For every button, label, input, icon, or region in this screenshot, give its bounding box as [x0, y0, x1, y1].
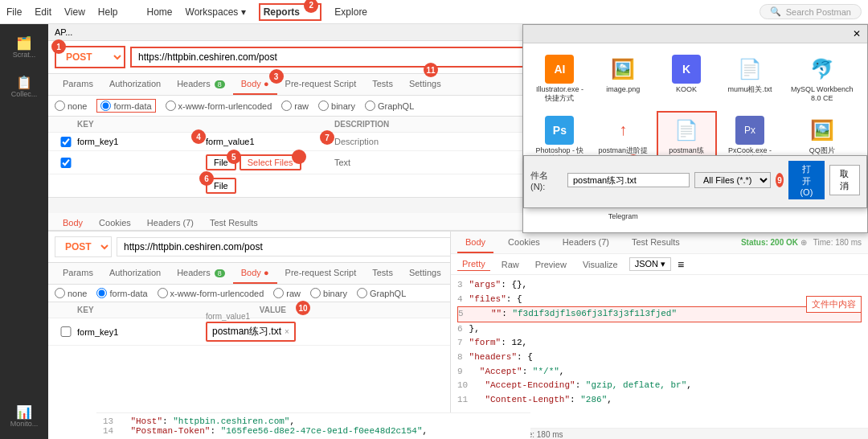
radio-graphql[interactable]: GraphQL — [365, 101, 414, 111]
key-cell: 4 — [77, 136, 206, 147]
b-view-visualize[interactable]: Visualize — [578, 258, 623, 271]
sidebar-item-monitors[interactable]: 📊 Monito... — [0, 400, 48, 433]
menu-workspaces[interactable]: Workspaces ▾ — [186, 6, 246, 18]
file-col: File 5 Select Files — [206, 154, 334, 170]
b-resp-cookies[interactable]: Cookies — [500, 232, 548, 253]
b-line-9: 11 "Content-Length": "286", — [457, 393, 862, 404]
bottom-kv-key: KEY — [77, 306, 206, 314]
bottom-radio-binary[interactable]: binary — [310, 288, 347, 298]
tag-close-icon[interactable]: × — [285, 327, 289, 336]
tab-tests[interactable]: Tests — [364, 74, 401, 95]
collections-icon: 📋 — [5, 75, 43, 90]
sidebar-item-collections[interactable]: 📋 Collec... — [0, 70, 48, 103]
file-dialog: 件名(N): All Files (*.*) 9 打开(O) 取消 — [523, 155, 867, 208]
b-resp-time: Time: 180 ms — [813, 238, 862, 247]
text-label: Text — [334, 158, 350, 167]
b-view-preview[interactable]: Preview — [530, 258, 571, 271]
bottom-value-cell: form_value1 postman练习.txt × — [206, 322, 415, 342]
main-layout: 🗂️ Scrat... 📋 Collec... 📊 Monito... AP..… — [0, 24, 868, 439]
fm-item-ai[interactable]: AI Illustrator.exe - 快捷方式 — [530, 50, 590, 108]
bottom-key-input[interactable] — [77, 327, 206, 337]
search-bar[interactable]: 🔍 Search Postman — [760, 4, 862, 19]
select-files-button[interactable]: Select Files — [240, 154, 301, 170]
fm-close[interactable]: ✕ — [853, 28, 861, 39]
fd-row: 件名(N): All Files (*.*) 9 打开(O) 取消 — [530, 161, 860, 199]
fd-open-button[interactable]: 打开(O) — [788, 161, 825, 199]
fm-item-mysql[interactable]: 🐬 MySQL Workbench 8.0 CE — [783, 50, 861, 108]
bottom-half: POST Send ▾ 200 OK Time: 180 ms Size: 10… — [48, 230, 868, 439]
menu-file[interactable]: File — [6, 6, 22, 18]
b-view-raw[interactable]: Raw — [497, 258, 524, 271]
fd-filename-input[interactable] — [567, 173, 690, 187]
bottom-tab-pre[interactable]: Pre-request Script — [277, 263, 365, 284]
bottom-tab-tests[interactable]: Tests — [364, 263, 401, 284]
bottom-radio-form[interactable]: form-data — [96, 288, 147, 298]
bottom-tab-auth[interactable]: Authorization — [101, 263, 169, 284]
menu-view[interactable]: View — [64, 6, 85, 18]
file-row-checkbox[interactable] — [55, 158, 77, 168]
bottom-radio-raw[interactable]: raw — [273, 288, 301, 298]
bottom-resp-tabs: Body Cookies Headers (7) Test Results St… — [451, 232, 868, 254]
fm-item-kook[interactable]: K KOOK — [657, 50, 717, 108]
search-placeholder: Search Postman — [786, 7, 851, 17]
menu-bar: File Edit View Help Home Workspaces ▾ Re… — [0, 0, 868, 24]
bottom-tab-headers[interactable]: Headers 8 — [169, 263, 233, 284]
tab-pre-request[interactable]: Pre-request Script — [277, 74, 365, 95]
select-files-wrapper: Select Files — [240, 154, 301, 170]
app-container: File Edit View Help Home Workspaces ▾ Re… — [0, 0, 868, 439]
fd-filter-select[interactable]: All Files (*.*) — [694, 172, 771, 188]
key-input[interactable] — [77, 137, 206, 146]
search-icon: 🔍 — [770, 6, 781, 17]
sidebar-label: Collec... — [5, 90, 43, 98]
bottom-tab-body[interactable]: Body ● — [233, 263, 277, 284]
bottom-radio-none[interactable]: none — [55, 288, 87, 298]
menu-reports[interactable]: Reports 2 — [259, 3, 322, 21]
fm-label: mumu相关.txt — [727, 85, 772, 94]
tab-body[interactable]: Body ● 3 — [233, 74, 277, 95]
b-wrap-icon[interactable]: ≡ — [678, 258, 684, 271]
menu-home[interactable]: Home — [147, 6, 173, 18]
scratch-icon: 🗂️ — [5, 35, 43, 51]
fm-item-image[interactable]: 🖼️ image.png — [593, 50, 653, 108]
tab-authorization[interactable]: Authorization — [101, 74, 169, 95]
tab-headers[interactable]: Headers 8 — [169, 74, 233, 95]
annotation-11: 11 — [424, 63, 438, 77]
annotation-11-wrapper: 11 — [424, 63, 438, 77]
bottom-row-check[interactable] — [55, 326, 77, 337]
fm-item-mumu[interactable]: 📄 mumu相关.txt — [720, 50, 780, 108]
tab-params[interactable]: Params — [55, 74, 101, 95]
bottom-method-select[interactable]: POST — [55, 236, 112, 257]
radio-binary[interactable]: binary — [318, 101, 355, 111]
value-input[interactable] — [206, 137, 270, 146]
row-checkbox[interactable] — [55, 137, 77, 147]
footer-line-13: 13 "Host": "httpbin.ceshiren.com", — [103, 416, 524, 426]
kv-header-value — [206, 120, 334, 129]
kv-header-key: KEY — [77, 120, 206, 129]
bottom-radio-graphql[interactable]: GraphQL — [357, 288, 406, 298]
kv-header-check — [55, 120, 77, 129]
file-button[interactable]: File 5 — [206, 154, 236, 170]
file-button-2[interactable]: File 6 — [206, 178, 236, 194]
radio-raw[interactable]: raw — [281, 101, 309, 111]
b-resp-headers[interactable]: Headers (7) — [555, 232, 617, 253]
file-tag-name: postman练习.txt — [212, 325, 281, 338]
bottom-tab-params[interactable]: Params — [55, 263, 101, 284]
bottom-radio-url[interactable]: x-www-form-urlencoded — [158, 288, 264, 298]
radio-form-data[interactable]: form-data — [96, 99, 155, 113]
b-line-1: 3"args": {}, — [457, 278, 862, 293]
sidebar-item-scratch[interactable]: 🗂️ Scrat... — [0, 31, 48, 64]
radio-none[interactable]: none — [55, 101, 87, 111]
menu-help[interactable]: Help — [98, 6, 118, 18]
menu-explore[interactable]: Explore — [334, 6, 367, 18]
b-resp-tests[interactable]: Test Results — [624, 232, 688, 253]
bottom-tab-settings[interactable]: Settings — [401, 263, 449, 284]
file-content-label: 文件中内容 — [806, 296, 862, 313]
b-resp-body[interactable]: Body — [457, 232, 493, 253]
b-format-select[interactable]: JSON ▾ — [629, 257, 671, 271]
b-view-pretty[interactable]: Pretty — [457, 257, 490, 271]
b-line-2: 4"files": { — [457, 293, 862, 307]
radio-urlencoded[interactable]: x-www-form-urlencoded — [166, 101, 272, 111]
fd-cancel-button[interactable]: 取消 — [829, 165, 860, 195]
sidebar-label: Monito... — [5, 420, 43, 428]
menu-edit[interactable]: Edit — [35, 6, 51, 18]
